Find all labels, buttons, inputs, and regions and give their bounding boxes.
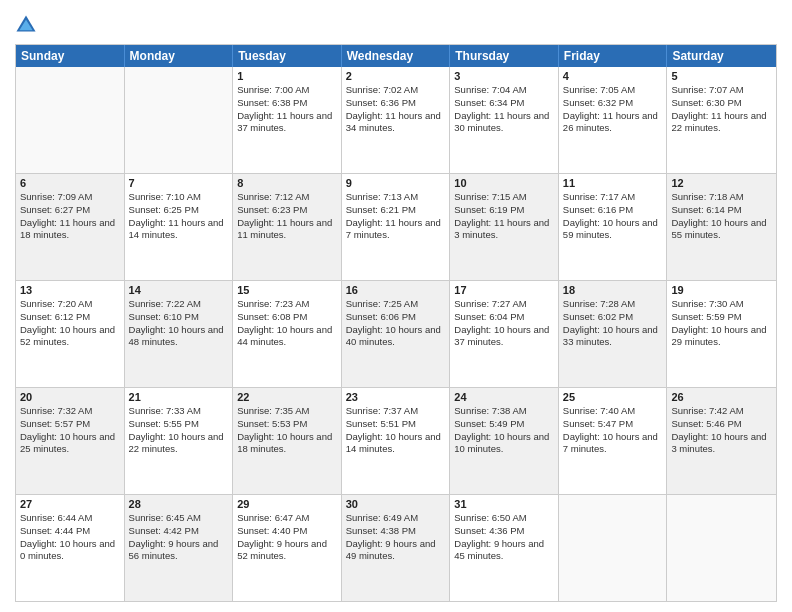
day-number: 26 <box>671 391 772 403</box>
day-number: 31 <box>454 498 554 510</box>
day-number: 6 <box>20 177 120 189</box>
cal-header-monday: Monday <box>125 45 234 67</box>
day-info: Sunrise: 7:18 AMSunset: 6:14 PMDaylight:… <box>671 191 772 242</box>
cal-cell: 30Sunrise: 6:49 AMSunset: 4:38 PMDayligh… <box>342 495 451 601</box>
calendar-header-row: SundayMondayTuesdayWednesdayThursdayFrid… <box>16 45 776 67</box>
calendar: SundayMondayTuesdayWednesdayThursdayFrid… <box>15 44 777 602</box>
day-number: 4 <box>563 70 663 82</box>
day-info: Sunrise: 7:17 AMSunset: 6:16 PMDaylight:… <box>563 191 663 242</box>
day-number: 2 <box>346 70 446 82</box>
cal-week-5: 27Sunrise: 6:44 AMSunset: 4:44 PMDayligh… <box>16 495 776 601</box>
cal-cell: 8Sunrise: 7:12 AMSunset: 6:23 PMDaylight… <box>233 174 342 280</box>
day-info: Sunrise: 7:30 AMSunset: 5:59 PMDaylight:… <box>671 298 772 349</box>
day-info: Sunrise: 7:25 AMSunset: 6:06 PMDaylight:… <box>346 298 446 349</box>
day-info: Sunrise: 7:05 AMSunset: 6:32 PMDaylight:… <box>563 84 663 135</box>
cal-cell: 15Sunrise: 7:23 AMSunset: 6:08 PMDayligh… <box>233 281 342 387</box>
cal-cell: 20Sunrise: 7:32 AMSunset: 5:57 PMDayligh… <box>16 388 125 494</box>
day-info: Sunrise: 6:50 AMSunset: 4:36 PMDaylight:… <box>454 512 554 563</box>
cal-cell <box>16 67 125 173</box>
cal-week-2: 6Sunrise: 7:09 AMSunset: 6:27 PMDaylight… <box>16 174 776 281</box>
day-number: 22 <box>237 391 337 403</box>
cal-cell: 27Sunrise: 6:44 AMSunset: 4:44 PMDayligh… <box>16 495 125 601</box>
cal-cell: 14Sunrise: 7:22 AMSunset: 6:10 PMDayligh… <box>125 281 234 387</box>
logo <box>15 14 41 36</box>
day-info: Sunrise: 7:27 AMSunset: 6:04 PMDaylight:… <box>454 298 554 349</box>
day-info: Sunrise: 7:23 AMSunset: 6:08 PMDaylight:… <box>237 298 337 349</box>
cal-cell: 12Sunrise: 7:18 AMSunset: 6:14 PMDayligh… <box>667 174 776 280</box>
day-number: 30 <box>346 498 446 510</box>
day-info: Sunrise: 7:22 AMSunset: 6:10 PMDaylight:… <box>129 298 229 349</box>
cal-header-friday: Friday <box>559 45 668 67</box>
day-number: 27 <box>20 498 120 510</box>
day-info: Sunrise: 7:12 AMSunset: 6:23 PMDaylight:… <box>237 191 337 242</box>
day-number: 28 <box>129 498 229 510</box>
day-number: 5 <box>671 70 772 82</box>
cal-cell: 1Sunrise: 7:00 AMSunset: 6:38 PMDaylight… <box>233 67 342 173</box>
cal-cell: 6Sunrise: 7:09 AMSunset: 6:27 PMDaylight… <box>16 174 125 280</box>
day-number: 9 <box>346 177 446 189</box>
cal-cell <box>559 495 668 601</box>
day-number: 12 <box>671 177 772 189</box>
day-number: 18 <box>563 284 663 296</box>
cal-cell: 5Sunrise: 7:07 AMSunset: 6:30 PMDaylight… <box>667 67 776 173</box>
day-info: Sunrise: 7:04 AMSunset: 6:34 PMDaylight:… <box>454 84 554 135</box>
cal-cell: 4Sunrise: 7:05 AMSunset: 6:32 PMDaylight… <box>559 67 668 173</box>
logo-icon <box>15 14 37 36</box>
cal-header-sunday: Sunday <box>16 45 125 67</box>
cal-cell: 7Sunrise: 7:10 AMSunset: 6:25 PMDaylight… <box>125 174 234 280</box>
day-number: 8 <box>237 177 337 189</box>
cal-cell: 28Sunrise: 6:45 AMSunset: 4:42 PMDayligh… <box>125 495 234 601</box>
cal-cell: 19Sunrise: 7:30 AMSunset: 5:59 PMDayligh… <box>667 281 776 387</box>
day-info: Sunrise: 7:40 AMSunset: 5:47 PMDaylight:… <box>563 405 663 456</box>
cal-cell: 11Sunrise: 7:17 AMSunset: 6:16 PMDayligh… <box>559 174 668 280</box>
cal-week-4: 20Sunrise: 7:32 AMSunset: 5:57 PMDayligh… <box>16 388 776 495</box>
cal-cell: 21Sunrise: 7:33 AMSunset: 5:55 PMDayligh… <box>125 388 234 494</box>
day-number: 21 <box>129 391 229 403</box>
cal-cell <box>667 495 776 601</box>
cal-cell: 9Sunrise: 7:13 AMSunset: 6:21 PMDaylight… <box>342 174 451 280</box>
day-number: 24 <box>454 391 554 403</box>
cal-cell <box>125 67 234 173</box>
day-info: Sunrise: 7:15 AMSunset: 6:19 PMDaylight:… <box>454 191 554 242</box>
calendar-body: 1Sunrise: 7:00 AMSunset: 6:38 PMDaylight… <box>16 67 776 601</box>
cal-cell: 25Sunrise: 7:40 AMSunset: 5:47 PMDayligh… <box>559 388 668 494</box>
cal-cell: 22Sunrise: 7:35 AMSunset: 5:53 PMDayligh… <box>233 388 342 494</box>
cal-week-3: 13Sunrise: 7:20 AMSunset: 6:12 PMDayligh… <box>16 281 776 388</box>
day-info: Sunrise: 7:33 AMSunset: 5:55 PMDaylight:… <box>129 405 229 456</box>
day-info: Sunrise: 7:13 AMSunset: 6:21 PMDaylight:… <box>346 191 446 242</box>
day-info: Sunrise: 7:37 AMSunset: 5:51 PMDaylight:… <box>346 405 446 456</box>
day-info: Sunrise: 7:10 AMSunset: 6:25 PMDaylight:… <box>129 191 229 242</box>
cal-cell: 23Sunrise: 7:37 AMSunset: 5:51 PMDayligh… <box>342 388 451 494</box>
cal-cell: 18Sunrise: 7:28 AMSunset: 6:02 PMDayligh… <box>559 281 668 387</box>
day-number: 23 <box>346 391 446 403</box>
cal-cell: 26Sunrise: 7:42 AMSunset: 5:46 PMDayligh… <box>667 388 776 494</box>
day-number: 11 <box>563 177 663 189</box>
day-info: Sunrise: 7:20 AMSunset: 6:12 PMDaylight:… <box>20 298 120 349</box>
cal-cell: 10Sunrise: 7:15 AMSunset: 6:19 PMDayligh… <box>450 174 559 280</box>
cal-cell: 13Sunrise: 7:20 AMSunset: 6:12 PMDayligh… <box>16 281 125 387</box>
day-info: Sunrise: 7:42 AMSunset: 5:46 PMDaylight:… <box>671 405 772 456</box>
day-number: 15 <box>237 284 337 296</box>
cal-cell: 2Sunrise: 7:02 AMSunset: 6:36 PMDaylight… <box>342 67 451 173</box>
day-number: 25 <box>563 391 663 403</box>
day-number: 13 <box>20 284 120 296</box>
cal-header-saturday: Saturday <box>667 45 776 67</box>
day-info: Sunrise: 7:09 AMSunset: 6:27 PMDaylight:… <box>20 191 120 242</box>
cal-header-wednesday: Wednesday <box>342 45 451 67</box>
cal-cell: 24Sunrise: 7:38 AMSunset: 5:49 PMDayligh… <box>450 388 559 494</box>
day-info: Sunrise: 6:45 AMSunset: 4:42 PMDaylight:… <box>129 512 229 563</box>
day-info: Sunrise: 6:49 AMSunset: 4:38 PMDaylight:… <box>346 512 446 563</box>
day-number: 3 <box>454 70 554 82</box>
day-info: Sunrise: 6:44 AMSunset: 4:44 PMDaylight:… <box>20 512 120 563</box>
cal-cell: 16Sunrise: 7:25 AMSunset: 6:06 PMDayligh… <box>342 281 451 387</box>
cal-header-tuesday: Tuesday <box>233 45 342 67</box>
day-number: 1 <box>237 70 337 82</box>
day-info: Sunrise: 7:02 AMSunset: 6:36 PMDaylight:… <box>346 84 446 135</box>
day-number: 14 <box>129 284 229 296</box>
day-info: Sunrise: 7:38 AMSunset: 5:49 PMDaylight:… <box>454 405 554 456</box>
day-number: 16 <box>346 284 446 296</box>
day-number: 19 <box>671 284 772 296</box>
header <box>15 10 777 36</box>
day-number: 20 <box>20 391 120 403</box>
day-info: Sunrise: 6:47 AMSunset: 4:40 PMDaylight:… <box>237 512 337 563</box>
